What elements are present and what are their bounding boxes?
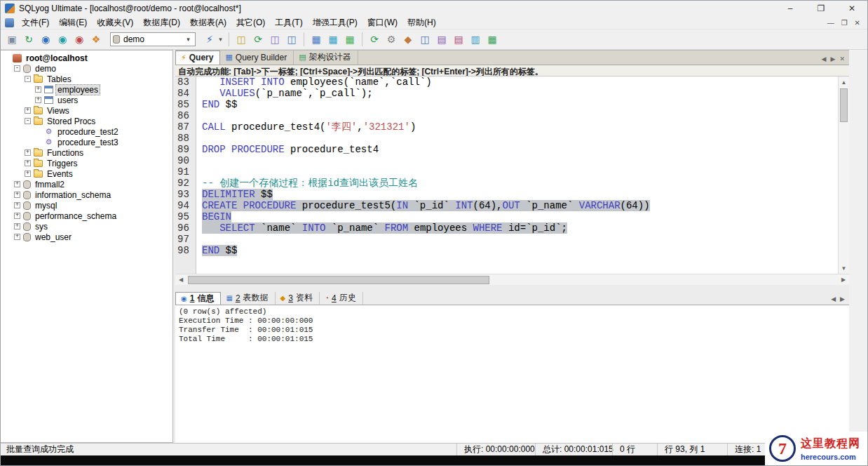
mdi-close-button[interactable]: ✕ [855,19,860,27]
mdi-minimize-button[interactable]: — [827,19,834,27]
menu-item-工具-t[interactable]: 工具(T) [270,15,307,30]
tab-scroll-left-button[interactable]: ◀ [822,55,827,62]
scroll-right-icon[interactable]: ▶ [838,277,849,283]
sql-editor[interactable]: 83848586878889909192939495969798 INSERT … [175,76,849,274]
menu-item-增强工具-p[interactable]: 增强工具(P) [308,15,362,30]
copy-database-icon[interactable]: ◫ [233,32,249,47]
line-number: 84 [177,88,196,99]
tab-架构设计器[interactable]: ▤架构设计器 [294,51,358,65]
expand-plus-icon[interactable]: + [35,86,41,93]
tree-item-triggers[interactable]: +Triggers [1,158,172,168]
collapse-minus-icon[interactable]: - [25,76,31,82]
expand-plus-icon[interactable]: + [14,234,20,240]
copy-to-host-icon[interactable]: ◫ [417,32,433,47]
keyboard-shortcuts-icon[interactable]: ❖ [88,32,104,47]
tree-item-root@localhost[interactable]: root@localhost [1,53,172,63]
execute-dropdown-icon[interactable]: ▾ [217,32,224,47]
new-connection-icon[interactable]: ▣ [4,32,20,47]
tree-item-stored-procs[interactable]: -Stored Procs [1,116,172,126]
editor-horizontal-scrollbar[interactable]: ◀ ▶ [175,274,849,285]
sqlyog-web-icon[interactable]: ◉ [38,32,53,47]
tab-label: Query Builder [236,53,287,62]
tab-number: 1 [190,293,195,303]
expand-plus-icon[interactable]: + [35,97,41,103]
migration-icon[interactable]: ◆ [400,32,416,47]
backup-database-icon[interactable]: ◫ [267,32,283,47]
expand-plus-icon[interactable]: + [14,223,20,229]
table-view-icon[interactable]: ▦ [325,32,341,47]
tab-信息[interactable]: ◉1 信息 [175,292,221,305]
job-agent-icon[interactable]: ⚙ [384,32,399,47]
sync-database-icon[interactable]: ⟳ [250,32,266,47]
scroll-down-icon[interactable]: ▼ [839,262,849,274]
tree-item-events[interactable]: +Events [1,168,172,179]
tree-item-performance_schema[interactable]: +performance_schema [1,211,172,221]
query-profiler-icon[interactable]: ▤ [434,32,449,47]
tab-表数据[interactable]: ▦2 表数据 [221,292,275,305]
expand-plus-icon[interactable]: + [25,149,31,156]
menu-item-其它-o[interactable]: 其它(O) [231,15,270,30]
menu-item-文件-f[interactable]: 文件(F) [17,15,54,30]
editor-results-splitter[interactable] [175,285,849,292]
tree-item-web_user[interactable]: +web_user [1,232,172,242]
expand-plus-icon[interactable]: + [14,181,20,187]
reconnect-icon[interactable]: ↻ [21,32,36,47]
tree-item-users[interactable]: +users [1,95,172,105]
tab-query-builder[interactable]: ▦Query Builder [220,51,294,65]
menu-item-窗口-w[interactable]: 窗口(W) [362,15,402,30]
expand-plus-icon[interactable]: + [25,160,31,166]
visual-data-compare-icon[interactable]: ▥ [468,32,483,47]
tab-scroll-right-button[interactable]: ▶ [831,55,836,62]
menu-item-数据表-a[interactable]: 数据表(A) [185,15,231,30]
tree-item-sys[interactable]: +sys [1,221,172,232]
expand-plus-icon[interactable]: + [14,213,20,219]
scroll-up-icon[interactable]: ▲ [839,76,849,88]
menu-item-收藏夹-v[interactable]: 收藏夹(V) [92,15,138,30]
maximize-button[interactable]: ❐ [806,1,836,16]
code-area[interactable]: INSERT INTO employees(`name`,`call`) VAL… [196,76,849,274]
tree-item-tables[interactable]: -Tables [1,74,172,84]
collapse-minus-icon[interactable]: - [25,118,31,124]
expand-plus-icon[interactable]: + [14,192,20,198]
horizontal-scrollbar-thumb[interactable] [188,276,489,284]
server-monitor-icon[interactable]: ▤ [451,32,466,47]
tree-item-information_schema[interactable]: +information_schema [1,189,172,200]
mdi-restore-button[interactable]: ❐ [841,19,848,27]
schema-sync-icon[interactable]: ⟳ [367,32,382,47]
disconnect-icon[interactable]: ◉ [72,32,87,47]
tree-item-employees[interactable]: +employees [1,84,172,95]
import-data-icon[interactable]: ◫ [284,32,299,47]
result-tab-scroll-left-button[interactable]: ◀ [831,295,836,302]
menu-item-数据库-d[interactable]: 数据库(D) [138,15,185,30]
expand-plus-icon[interactable]: + [14,202,20,208]
tree-item-procedure_test2[interactable]: ⚙procedure_test2 [1,126,172,137]
execute-query-icon[interactable]: ⚡ [202,32,217,47]
data-search-icon[interactable]: ▦ [342,32,358,47]
tab-close-button[interactable]: ✕ [839,55,845,62]
tree-item-procedure_test3[interactable]: ⚙procedure_test3 [1,137,172,147]
tree-item-demo[interactable]: -demo [1,63,172,74]
tab-query[interactable]: ⚡Query [175,51,220,65]
scroll-left-icon[interactable]: ◀ [175,277,187,283]
expand-plus-icon[interactable]: + [25,171,31,177]
combo-dropdown-icon[interactable]: ▾ [184,36,193,43]
menu-item-帮助-h[interactable]: 帮助(H) [402,15,441,30]
expand-plus-icon[interactable]: + [25,107,31,114]
tab-资料[interactable]: ◆3 资料 [276,292,320,305]
tree-item-fmmall2[interactable]: +fmmall2 [1,179,172,189]
collapse-minus-icon[interactable]: - [14,65,20,72]
schema-designer-toolbar-icon[interactable]: ▦ [484,32,500,47]
menu-item-编辑-e[interactable]: 编辑(E) [54,15,92,30]
tree-item-functions[interactable]: +Functions [1,147,172,158]
minimize-button[interactable]: – [775,1,806,16]
vertical-scrollbar-thumb[interactable] [840,88,848,122]
editor-vertical-scrollbar[interactable]: ▲ ▼ [838,76,849,274]
sja-web-icon[interactable]: ◉ [55,32,70,47]
database-combo[interactable]: demo ▾ [110,32,196,46]
tab-历史[interactable]: ◔4 历史 [320,292,363,305]
result-tab-scroll-right-button[interactable]: ▶ [840,295,845,302]
insert-update-icon[interactable]: ▦ [308,32,324,47]
tree-item-mysql[interactable]: +mysql [1,200,172,211]
close-button[interactable]: ✕ [836,1,867,16]
tree-item-views[interactable]: +Views [1,105,172,116]
